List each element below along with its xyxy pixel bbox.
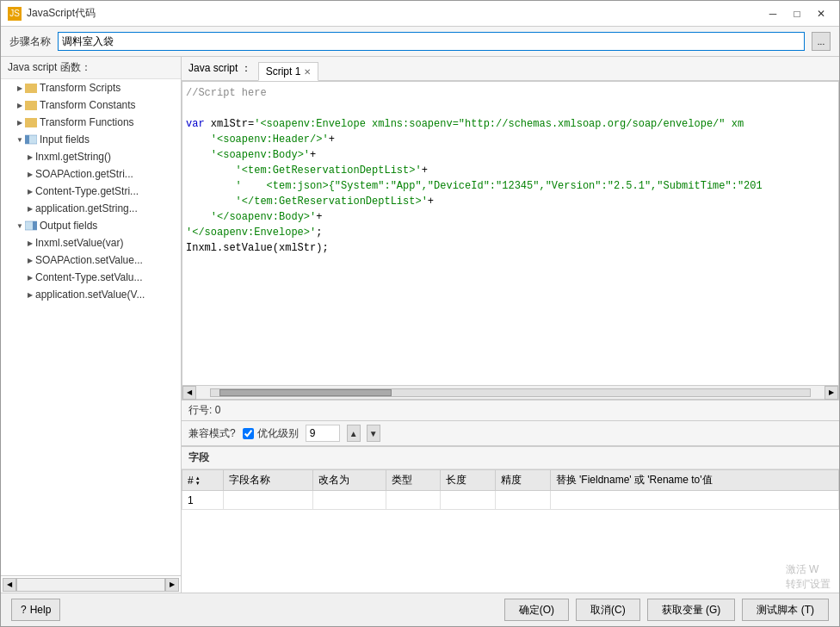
get-variables-button[interactable]: 获取变量 (G)	[647, 599, 736, 621]
code-line: Inxml.setValue(xmlStr);	[186, 240, 835, 256]
code-line: '<soapenv:Header/>'+	[186, 132, 835, 147]
col-header-type: 类型	[386, 470, 441, 491]
opt-down-btn[interactable]: ▼	[367, 425, 380, 442]
window-title: JavaScript代码	[27, 6, 762, 21]
sidebar-item-label: Content-Type.setValu...	[35, 271, 143, 283]
sidebar-item-label: application.setValue(V...	[35, 289, 145, 301]
sidebar-item-label: Input fields	[40, 133, 90, 146]
sidebar-item-transform-scripts[interactable]: ▶ Transform Scripts	[1, 79, 181, 96]
code-hscroll: ◀ ▶	[182, 386, 839, 400]
arrow-icon: ▼	[15, 134, 25, 145]
sidebar-item-transform-functions[interactable]: ▶ Transform Functions	[1, 114, 181, 131]
cell-num: 1	[182, 491, 224, 510]
sidebar-item-label: Inxml.getString()	[35, 151, 111, 163]
opt-label: 优化级别	[257, 426, 299, 441]
left-panel-header: Java script 函数：	[1, 57, 181, 79]
arrow-icon: ▶	[25, 272, 35, 282]
cell-fieldname	[223, 491, 313, 510]
fields-section: 字段 # ▲▼ 字段名称	[182, 446, 839, 593]
sidebar-item-label: Content-Type.getStri...	[35, 185, 139, 197]
tab-label: Script 1	[266, 65, 301, 78]
code-line: '</tem:GetReservationDeptList>'+	[186, 194, 835, 209]
code-line: var xmlStr='<soapenv:Envelope xmlns:soap…	[186, 116, 835, 132]
sidebar-item-label: SOAPAction.getStri...	[35, 168, 133, 180]
script-tab[interactable]: Script 1 ✕	[258, 62, 319, 81]
browse-button[interactable]: ...	[812, 32, 831, 51]
arrow-icon: ▶	[25, 203, 35, 214]
code-line: '</soapenv:Envelope>';	[186, 225, 835, 240]
right-panel: Java script ： Script 1 ✕ //Script here v…	[182, 57, 839, 593]
left-hscroll-area: ◀ ▶	[1, 575, 181, 593]
cancel-button[interactable]: 取消(C)	[576, 599, 640, 621]
sidebar-item-label: application.getString...	[35, 202, 138, 214]
folder-icon	[25, 101, 37, 110]
sidebar-item-input-fields[interactable]: ▼ Input fields	[1, 131, 181, 148]
sidebar-item-soap-setvalue[interactable]: ▶ SOAPAction.setValue...	[1, 251, 181, 269]
tree-area: ▶ Transform Scripts ▶ Transform Constant…	[1, 79, 181, 575]
title-bar: JS JavaScript代码 ─ □ ✕	[1, 1, 839, 27]
sidebar-item-inxml-getstring[interactable]: ▶ Inxml.getString()	[1, 148, 181, 165]
help-button[interactable]: ? Help	[11, 599, 60, 621]
help-label: Help	[30, 604, 52, 616]
cell-length	[441, 491, 496, 510]
sidebar-item-output-fields[interactable]: ▼ Output fields	[1, 217, 181, 234]
line-number-label: 行号: 0	[188, 403, 220, 418]
sidebar-item-inxml-setvalue[interactable]: ▶ Inxml.setValue(var)	[1, 234, 181, 251]
code-line: ' <tem:json>{"System":"App","DeviceId":"…	[186, 178, 835, 194]
input-fields-icon	[25, 134, 37, 145]
cell-precision	[496, 491, 551, 510]
sidebar-item-transform-constants[interactable]: ▶ Transform Constants	[1, 96, 181, 114]
arrow-icon: ▶	[25, 255, 35, 265]
main-window: JS JavaScript代码 ─ □ ✕ 步骤名称 ... Java scri…	[0, 0, 840, 627]
bottom-bar: ? Help 确定(O) 取消(C) 获取变量 (G) 测试脚本 (T) 激活 …	[1, 593, 839, 626]
code-line: '<soapenv:Body>'+	[186, 147, 835, 163]
opt-checkbox[interactable]	[243, 428, 254, 439]
test-script-button[interactable]: 测试脚本 (T)	[742, 599, 829, 621]
sidebar-item-content-setvalue[interactable]: ▶ Content-Type.setValu...	[1, 269, 181, 286]
sidebar-item-label: Transform Constants	[40, 99, 136, 111]
tab-close-icon[interactable]: ✕	[304, 67, 311, 77]
maximize-button[interactable]: □	[786, 5, 808, 22]
sidebar-item-label: Output fields	[40, 220, 97, 232]
minimize-button[interactable]: ─	[762, 5, 784, 22]
svg-rect-3	[33, 221, 37, 230]
opt-checkbox-wrap: 优化级别	[243, 426, 299, 441]
close-button[interactable]: ✕	[810, 5, 832, 22]
scroll-left-btn[interactable]: ◀	[3, 578, 16, 592]
tab-container: Script 1 ✕	[258, 57, 321, 80]
code-scroll-left-btn[interactable]: ◀	[182, 386, 196, 400]
arrow-icon: ▼	[15, 220, 25, 231]
bottom-left: ? Help	[11, 599, 60, 621]
code-line: '<tem:GetReservationDeptList>'+	[186, 163, 835, 178]
sidebar-item-label: Transform Scripts	[40, 82, 120, 94]
sidebar-item-app-setvalue[interactable]: ▶ application.setValue(V...	[1, 286, 181, 303]
cell-type	[386, 491, 441, 510]
sidebar-item-soap-getstring[interactable]: ▶ SOAPAction.getStri...	[1, 165, 181, 183]
sidebar-item-app-getstring[interactable]: ▶ application.getString...	[1, 200, 181, 217]
sort-num[interactable]: # ▲▼	[188, 475, 218, 487]
scroll-right-btn[interactable]: ▶	[165, 578, 179, 592]
step-name-input[interactable]	[58, 32, 805, 51]
arrow-icon: ▶	[15, 117, 25, 127]
svg-rect-1	[25, 135, 29, 144]
help-icon: ?	[21, 604, 27, 616]
opt-value-input[interactable]	[306, 425, 340, 442]
ok-button[interactable]: 确定(O)	[504, 599, 569, 621]
cell-replace	[550, 491, 838, 510]
sidebar-item-content-getstring[interactable]: ▶ Content-Type.getStri...	[1, 183, 181, 200]
folder-icon	[25, 118, 37, 127]
code-hscroll-track[interactable]	[210, 388, 811, 397]
script-header-row: Java script ： Script 1 ✕	[182, 57, 839, 81]
sort-icon: ▲▼	[195, 475, 201, 486]
col-header-precision: 精度	[496, 470, 551, 491]
output-fields-icon	[25, 220, 37, 231]
code-editor[interactable]: //Script here var xmlStr='<soapenv:Envel…	[182, 81, 839, 386]
left-hscroll-track[interactable]	[16, 578, 165, 592]
arrow-icon: ▶	[25, 186, 35, 196]
arrow-icon: ▶	[25, 169, 35, 179]
code-scroll-right-btn[interactable]: ▶	[825, 386, 838, 400]
sidebar-item-label: SOAPAction.setValue...	[35, 254, 143, 266]
col-header-num: # ▲▼	[182, 470, 224, 491]
bottom-right: 确定(O) 取消(C) 获取变量 (G) 测试脚本 (T)	[504, 599, 829, 621]
opt-up-btn[interactable]: ▲	[347, 425, 361, 442]
